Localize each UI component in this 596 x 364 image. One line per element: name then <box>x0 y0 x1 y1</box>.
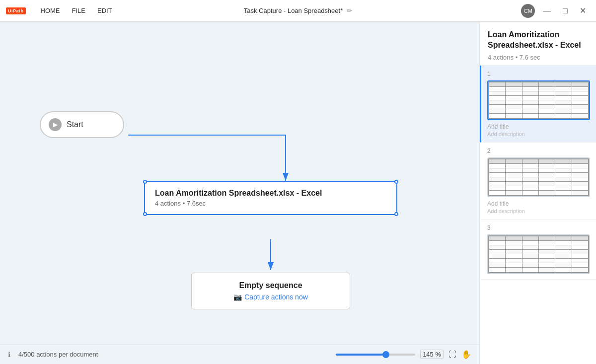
card-add-desc-2[interactable]: Add description <box>487 208 590 214</box>
panel-card-1[interactable]: 1 Add title Add description <box>480 66 596 143</box>
task-node[interactable]: Loan Amoritization Spreadsheet.xlsx - Ex… <box>144 181 397 215</box>
task-node-meta: 4 actions • 7.6sec <box>155 200 386 207</box>
close-button[interactable]: ✕ <box>576 4 590 17</box>
start-label: Start <box>67 120 83 129</box>
panel-meta: 4 actions • 7.6 sec <box>488 54 588 61</box>
empty-sequence-node[interactable]: Empty sequence 📷 Capture actions now <box>191 273 350 309</box>
handle-tr[interactable] <box>394 180 398 184</box>
zoom-slider[interactable] <box>336 354 415 356</box>
card-thumbnail-3 <box>487 234 590 274</box>
panel-scroll[interactable]: 1 Add title Add description <box>480 66 596 364</box>
capture-actions-link[interactable]: 📷 Capture actions now <box>204 293 338 301</box>
card-add-title-2[interactable]: Add title <box>487 200 590 207</box>
zoom-controls: 145 % ⛶ ✋ <box>336 350 471 359</box>
zoom-value[interactable]: 145 % <box>420 350 444 359</box>
window-controls: CM — □ ✕ <box>521 4 590 18</box>
card-add-desc-1[interactable]: Add description <box>487 131 590 137</box>
logo-text: UiPath <box>6 7 26 14</box>
card-add-title-1[interactable]: Add title <box>487 123 590 130</box>
title-center: Task Capture - Loan Spreadsheet* ✏ <box>244 7 352 14</box>
info-icon: ℹ <box>8 351 10 359</box>
card-number-3: 3 <box>487 224 590 231</box>
camera-icon: 📷 <box>233 293 242 301</box>
maximize-button[interactable]: □ <box>559 4 572 17</box>
handle-br[interactable] <box>394 212 398 216</box>
window-title: Task Capture - Loan Spreadsheet* <box>244 7 343 14</box>
minimize-button[interactable]: — <box>539 4 555 17</box>
fit-to-screen-icon[interactable]: ⛶ <box>448 350 456 359</box>
panel-card-2[interactable]: 2 Add title Add description <box>480 143 596 219</box>
edit-icon[interactable]: ✏ <box>347 7 352 14</box>
handle-bl[interactable] <box>143 212 147 216</box>
play-icon: ▶ <box>49 118 62 131</box>
menu-home[interactable]: HOME <box>36 5 65 16</box>
statusbar: ℹ 4/500 actions per document 145 % ⛶ ✋ <box>0 344 479 364</box>
card-thumbnail-2 <box>487 157 590 197</box>
titlebar: UiPath HOME FILE EDIT Task Capture - Loa… <box>0 0 596 22</box>
right-panel: Loan Amoritization Spreadsheet.xlsx - Ex… <box>479 22 596 364</box>
menu-file[interactable]: FILE <box>67 5 90 16</box>
card-number-1: 1 <box>487 71 590 77</box>
pan-icon[interactable]: ✋ <box>461 350 471 359</box>
card-thumbnail-1 <box>487 80 590 120</box>
menu-bar: HOME FILE EDIT <box>36 5 117 16</box>
card-number-2: 2 <box>487 147 590 154</box>
zoom-thumb[interactable] <box>382 351 389 358</box>
empty-node-title: Empty sequence <box>204 281 338 290</box>
app-logo: UiPath <box>6 7 26 14</box>
start-node[interactable]: ▶ Start <box>40 111 124 138</box>
user-avatar[interactable]: CM <box>521 4 535 18</box>
panel-header: Loan Amoritization Spreadsheet.xlsx - Ex… <box>480 22 596 66</box>
panel-title: Loan Amoritization Spreadsheet.xlsx - Ex… <box>488 30 588 51</box>
actions-count: 4/500 actions per document <box>18 351 98 358</box>
app-body: ▶ Start Loan Amoritization Spreadsheet.x… <box>0 22 596 364</box>
task-node-title: Loan Amoritization Spreadsheet.xlsx - Ex… <box>155 189 386 198</box>
panel-card-3[interactable]: 3 <box>480 219 596 280</box>
canvas-area[interactable]: ▶ Start Loan Amoritization Spreadsheet.x… <box>0 22 479 364</box>
handle-tl[interactable] <box>143 180 147 184</box>
menu-edit[interactable]: EDIT <box>92 5 117 16</box>
